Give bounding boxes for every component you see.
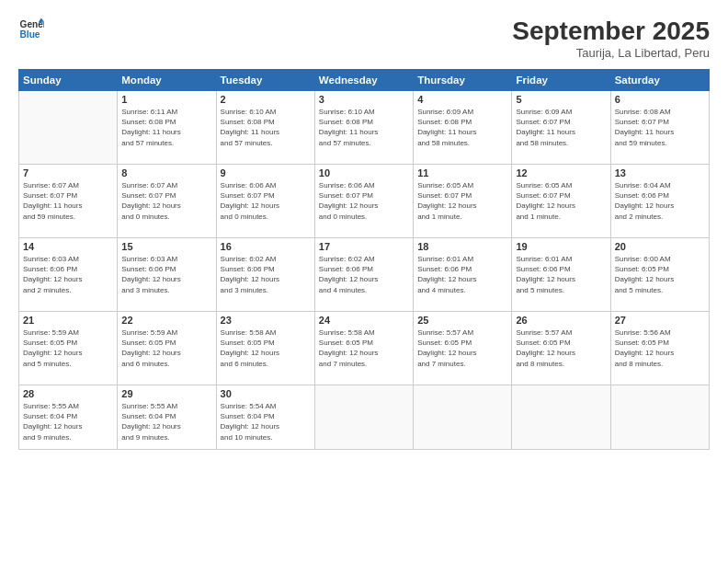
day-cell: 17Sunrise: 6:02 AM Sunset: 6:06 PM Dayli…: [314, 238, 413, 312]
day-cell: 9Sunrise: 6:06 AM Sunset: 6:07 PM Daylig…: [216, 165, 314, 238]
calendar-table: SundayMondayTuesdayWednesdayThursdayFrid…: [18, 69, 710, 450]
day-number: 28: [23, 388, 113, 399]
day-cell: [610, 385, 709, 450]
day-number: 1: [121, 94, 211, 105]
day-number: 10: [319, 167, 409, 178]
day-info: Sunrise: 6:08 AM Sunset: 6:07 PM Dayligh…: [615, 107, 705, 148]
day-cell: 21Sunrise: 5:59 AM Sunset: 6:05 PM Dayli…: [19, 312, 118, 385]
day-number: 18: [417, 241, 507, 252]
month-title: September 2025: [512, 17, 710, 46]
day-cell: 22Sunrise: 5:59 AM Sunset: 6:05 PM Dayli…: [118, 312, 216, 385]
day-info: Sunrise: 6:05 AM Sunset: 6:07 PM Dayligh…: [516, 180, 606, 222]
day-cell: 18Sunrise: 6:01 AM Sunset: 6:06 PM Dayli…: [414, 238, 512, 312]
day-number: 29: [121, 388, 211, 399]
day-number: 16: [221, 241, 311, 252]
day-info: Sunrise: 5:56 AM Sunset: 6:05 PM Dayligh…: [615, 327, 705, 369]
day-info: Sunrise: 5:59 AM Sunset: 6:05 PM Dayligh…: [121, 327, 211, 369]
day-cell: 6Sunrise: 6:08 AM Sunset: 6:07 PM Daylig…: [610, 91, 709, 165]
day-info: Sunrise: 6:09 AM Sunset: 6:07 PM Dayligh…: [516, 107, 606, 148]
day-number: 2: [221, 94, 311, 105]
day-number: 14: [23, 241, 113, 252]
day-info: Sunrise: 6:01 AM Sunset: 6:06 PM Dayligh…: [516, 254, 606, 295]
day-number: 21: [23, 315, 113, 326]
day-cell: 4Sunrise: 6:09 AM Sunset: 6:08 PM Daylig…: [414, 91, 512, 165]
day-cell: 25Sunrise: 5:57 AM Sunset: 6:05 PM Dayli…: [414, 312, 512, 385]
day-number: 9: [221, 167, 311, 178]
day-number: 27: [615, 315, 705, 326]
day-cell: 26Sunrise: 5:57 AM Sunset: 6:05 PM Dayli…: [512, 312, 610, 385]
day-info: Sunrise: 6:07 AM Sunset: 6:07 PM Dayligh…: [23, 180, 113, 222]
logo-icon: General Blue: [18, 17, 44, 42]
day-number: 11: [417, 167, 507, 178]
day-info: Sunrise: 6:00 AM Sunset: 6:05 PM Dayligh…: [615, 254, 705, 295]
day-info: Sunrise: 5:55 AM Sunset: 6:04 PM Dayligh…: [23, 401, 113, 442]
day-cell: 14Sunrise: 6:03 AM Sunset: 6:06 PM Dayli…: [19, 238, 118, 312]
col-header-friday: Friday: [512, 70, 610, 91]
day-info: Sunrise: 5:58 AM Sunset: 6:05 PM Dayligh…: [319, 327, 409, 369]
day-info: Sunrise: 6:07 AM Sunset: 6:07 PM Dayligh…: [121, 180, 211, 222]
day-cell: 20Sunrise: 6:00 AM Sunset: 6:05 PM Dayli…: [610, 238, 709, 312]
day-info: Sunrise: 5:54 AM Sunset: 6:04 PM Dayligh…: [221, 401, 311, 442]
day-info: Sunrise: 6:02 AM Sunset: 6:06 PM Dayligh…: [221, 254, 311, 295]
day-number: 13: [615, 167, 705, 178]
day-info: Sunrise: 6:09 AM Sunset: 6:08 PM Dayligh…: [417, 107, 507, 148]
week-row-5: 28Sunrise: 5:55 AM Sunset: 6:04 PM Dayli…: [19, 385, 710, 450]
day-info: Sunrise: 5:57 AM Sunset: 6:05 PM Dayligh…: [516, 327, 606, 369]
day-number: 24: [319, 315, 409, 326]
day-cell: 12Sunrise: 6:05 AM Sunset: 6:07 PM Dayli…: [512, 165, 610, 238]
page: General Blue September 2025 Taurija, La …: [0, 0, 728, 563]
day-cell: 3Sunrise: 6:10 AM Sunset: 6:08 PM Daylig…: [314, 91, 413, 165]
day-cell: 27Sunrise: 5:56 AM Sunset: 6:05 PM Dayli…: [610, 312, 709, 385]
day-number: 4: [417, 94, 507, 105]
col-header-thursday: Thursday: [414, 70, 512, 91]
day-number: 25: [417, 315, 507, 326]
day-number: 30: [221, 388, 311, 399]
day-info: Sunrise: 6:10 AM Sunset: 6:08 PM Dayligh…: [221, 107, 311, 148]
col-header-monday: Monday: [118, 70, 216, 91]
col-header-wednesday: Wednesday: [314, 70, 413, 91]
day-info: Sunrise: 6:06 AM Sunset: 6:07 PM Dayligh…: [319, 180, 409, 222]
day-cell: 7Sunrise: 6:07 AM Sunset: 6:07 PM Daylig…: [19, 165, 118, 238]
col-header-sunday: Sunday: [19, 70, 118, 91]
day-cell: [314, 385, 413, 450]
day-number: 7: [23, 167, 113, 178]
day-cell: 29Sunrise: 5:55 AM Sunset: 6:04 PM Dayli…: [118, 385, 216, 450]
day-cell: 16Sunrise: 6:02 AM Sunset: 6:06 PM Dayli…: [216, 238, 314, 312]
day-cell: [512, 385, 610, 450]
day-info: Sunrise: 5:59 AM Sunset: 6:05 PM Dayligh…: [23, 327, 113, 369]
day-cell: 23Sunrise: 5:58 AM Sunset: 6:05 PM Dayli…: [216, 312, 314, 385]
location-subtitle: Taurija, La Libertad, Peru: [512, 46, 710, 60]
day-cell: 19Sunrise: 6:01 AM Sunset: 6:06 PM Dayli…: [512, 238, 610, 312]
day-info: Sunrise: 6:06 AM Sunset: 6:07 PM Dayligh…: [221, 180, 311, 222]
day-cell: 24Sunrise: 5:58 AM Sunset: 6:05 PM Dayli…: [314, 312, 413, 385]
day-info: Sunrise: 5:58 AM Sunset: 6:05 PM Dayligh…: [221, 327, 311, 369]
logo: General Blue: [18, 17, 44, 42]
day-info: Sunrise: 6:10 AM Sunset: 6:08 PM Dayligh…: [319, 107, 409, 148]
day-info: Sunrise: 6:03 AM Sunset: 6:06 PM Dayligh…: [121, 254, 211, 295]
day-cell: 15Sunrise: 6:03 AM Sunset: 6:06 PM Dayli…: [118, 238, 216, 312]
day-number: 26: [516, 315, 606, 326]
day-info: Sunrise: 6:11 AM Sunset: 6:08 PM Dayligh…: [121, 107, 211, 148]
day-number: 15: [121, 241, 211, 252]
day-cell: 8Sunrise: 6:07 AM Sunset: 6:07 PM Daylig…: [118, 165, 216, 238]
day-cell: 13Sunrise: 6:04 AM Sunset: 6:06 PM Dayli…: [610, 165, 709, 238]
day-cell: 1Sunrise: 6:11 AM Sunset: 6:08 PM Daylig…: [118, 91, 216, 165]
day-info: Sunrise: 5:55 AM Sunset: 6:04 PM Dayligh…: [121, 401, 211, 442]
col-header-saturday: Saturday: [610, 70, 709, 91]
day-info: Sunrise: 6:03 AM Sunset: 6:06 PM Dayligh…: [23, 254, 113, 295]
day-cell: 28Sunrise: 5:55 AM Sunset: 6:04 PM Dayli…: [19, 385, 118, 450]
header-row: SundayMondayTuesdayWednesdayThursdayFrid…: [19, 70, 710, 91]
header: General Blue September 2025 Taurija, La …: [18, 17, 710, 60]
title-block: September 2025 Taurija, La Libertad, Per…: [512, 17, 710, 60]
svg-text:Blue: Blue: [20, 29, 40, 40]
day-number: 20: [615, 241, 705, 252]
day-cell: [19, 91, 118, 165]
week-row-1: 1Sunrise: 6:11 AM Sunset: 6:08 PM Daylig…: [19, 91, 710, 165]
day-number: 17: [319, 241, 409, 252]
day-number: 12: [516, 167, 606, 178]
day-info: Sunrise: 6:04 AM Sunset: 6:06 PM Dayligh…: [615, 180, 705, 222]
col-header-tuesday: Tuesday: [216, 70, 314, 91]
day-number: 19: [516, 241, 606, 252]
day-number: 8: [121, 167, 211, 178]
week-row-4: 21Sunrise: 5:59 AM Sunset: 6:05 PM Dayli…: [19, 312, 710, 385]
